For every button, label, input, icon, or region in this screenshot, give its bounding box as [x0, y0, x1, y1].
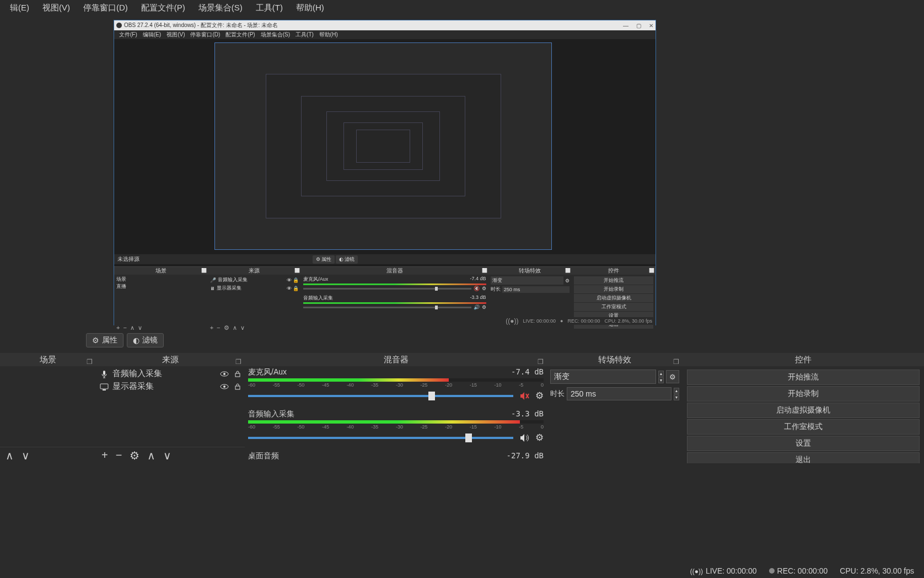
- source-down-icon[interactable]: ∨: [163, 449, 171, 462]
- mute-icon[interactable]: [519, 390, 530, 402]
- popout-icon[interactable]: ❐: [87, 355, 93, 368]
- source-settings-icon[interactable]: ⚙: [130, 449, 139, 462]
- menu-tools[interactable]: 工具(T): [249, 1, 289, 15]
- settings-button[interactable]: 设置: [687, 436, 920, 451]
- properties-button[interactable]: ⚙ 属性: [86, 333, 123, 347]
- menu-view[interactable]: 视图(V): [36, 1, 77, 15]
- minimize-icon[interactable]: —: [623, 23, 628, 29]
- start-recording-button[interactable]: 开始录制: [687, 386, 920, 402]
- inner-menu-scene-col[interactable]: 场景集合(S): [258, 31, 293, 39]
- channel-db: -7.4 dB: [511, 367, 544, 377]
- add-icon[interactable]: +: [116, 324, 120, 331]
- channel-settings-icon[interactable]: ⚙: [535, 390, 544, 402]
- inner-menu-edit[interactable]: 编辑(E): [140, 31, 164, 39]
- volume-slider[interactable]: [248, 437, 513, 439]
- gear-icon[interactable]: ⚙: [482, 286, 486, 291]
- inner-cpu: CPU: 2.8%, 30.00 fps: [604, 318, 652, 324]
- scenes-header: 场景 ❐: [0, 353, 96, 366]
- filters-button[interactable]: ◐ 滤镜: [127, 333, 164, 347]
- menu-dock[interactable]: 停靠窗口(D): [77, 1, 135, 15]
- inner-menu-bar: 文件(F) 编辑(E) 视图(V) 停靠窗口(D) 配置文件(P) 场景集合(S…: [114, 30, 656, 39]
- maximize-icon[interactable]: ▢: [636, 23, 641, 29]
- inner-menu-profile[interactable]: 配置文件(P): [223, 31, 257, 39]
- inner-filters-button[interactable]: ◐ 滤镜: [336, 255, 358, 264]
- inner-status-bar: LIVE: 00:00:00 ● REC: 00:00:00 CPU: 2.8%…: [114, 317, 656, 325]
- record-dot-icon: [769, 568, 775, 574]
- gear-icon[interactable]: ⚙: [224, 324, 229, 331]
- menu-edit[interactable]: 辑(E): [3, 1, 36, 15]
- channel-settings-icon[interactable]: ⚙: [535, 432, 544, 443]
- popout-icon[interactable]: ❐: [538, 355, 544, 368]
- channel-name: 桌面音频: [248, 451, 279, 461]
- source-item-display-capture[interactable]: 显示器采集: [99, 380, 241, 393]
- gear-icon[interactable]: ⚙: [482, 304, 486, 310]
- visibility-icon[interactable]: [219, 381, 229, 392]
- inner-source-item[interactable]: 🎤音频输入采集👁 🔒: [210, 276, 299, 284]
- duration-input[interactable]: 250 ms: [567, 387, 671, 400]
- svg-point-2: [223, 373, 225, 375]
- speaker-icon[interactable]: [519, 432, 530, 443]
- speaker-icon[interactable]: 🔊: [474, 304, 480, 310]
- up-icon[interactable]: ∧: [233, 324, 237, 331]
- controls-dock: 控件 开始推流 开始录制 启动虚拟摄像机 工作室模式 设置 退出: [683, 353, 924, 463]
- inner-menu-dock[interactable]: 停靠窗口(D): [187, 31, 223, 39]
- remove-icon[interactable]: −: [217, 324, 220, 331]
- inner-studio-mode-button[interactable]: 工作室模式: [574, 303, 653, 311]
- popout-icon[interactable]: ❐: [235, 355, 241, 368]
- remove-source-icon[interactable]: −: [116, 449, 122, 462]
- add-source-icon[interactable]: +: [101, 449, 108, 462]
- source-item-audio-input[interactable]: 音频输入采集: [99, 367, 241, 380]
- inner-menu-help[interactable]: 帮助(H): [316, 31, 341, 39]
- start-streaming-button[interactable]: 开始推流: [687, 370, 920, 385]
- inner-volume-slider[interactable]: [303, 288, 471, 290]
- inner-scene-item[interactable]: 场景: [116, 276, 206, 283]
- studio-mode-button[interactable]: 工作室模式: [687, 419, 920, 435]
- mute-icon[interactable]: 🔇: [474, 286, 480, 291]
- mixer-channel-mic: 麦克风/Aux -7.4 dB -60-55-50-45-40-35-30-25…: [248, 367, 544, 402]
- down-icon[interactable]: ∨: [240, 324, 245, 331]
- inner-unselected-label: 未选择源: [117, 255, 139, 263]
- lock-icon[interactable]: [234, 368, 241, 379]
- inner-properties-button[interactable]: ⚙ 属性: [313, 255, 335, 264]
- inner-volume-slider[interactable]: [303, 307, 471, 308]
- visibility-icon[interactable]: [219, 368, 229, 379]
- transition-settings-icon[interactable]: ⚙: [666, 370, 679, 383]
- transition-spin[interactable]: ▴▾: [658, 371, 664, 383]
- preview-area[interactable]: OBS 27.2.4 (64-bit, windows) - 配置文件: 未命名…: [114, 20, 656, 325]
- inner-window-title: OBS 27.2.4 (64-bit, windows) - 配置文件: 未命名…: [124, 22, 278, 29]
- source-up-icon[interactable]: ∧: [147, 449, 155, 462]
- inner-menu-file[interactable]: 文件(F): [116, 31, 140, 39]
- down-icon[interactable]: ∨: [138, 324, 142, 331]
- menu-scene-collection[interactable]: 场景集合(S): [192, 1, 249, 15]
- add-icon[interactable]: +: [210, 324, 213, 331]
- volume-slider[interactable]: [248, 395, 513, 397]
- inner-start-record-button[interactable]: 开始录制: [574, 285, 653, 293]
- channel-db: -3.3 dB: [511, 409, 544, 419]
- inner-scene-item[interactable]: 直播: [116, 283, 206, 290]
- inner-virtual-cam-button[interactable]: 启动虚拟摄像机: [574, 294, 653, 302]
- inner-start-stream-button[interactable]: 开始推流: [574, 276, 653, 285]
- exit-button[interactable]: 退出: [687, 452, 920, 463]
- close-icon[interactable]: ✕: [649, 23, 653, 29]
- inner-menu-tools[interactable]: 工具(T): [293, 31, 316, 39]
- scene-down-icon[interactable]: ∨: [22, 449, 30, 462]
- inner-source-item[interactable]: 🖥显示器采集👁 🔒: [210, 284, 299, 292]
- svg-rect-8: [235, 386, 240, 389]
- inner-preview-recursion: [214, 42, 552, 250]
- popout-icon[interactable]: ❐: [673, 355, 679, 368]
- duration-spin[interactable]: ▴▾: [674, 388, 679, 400]
- inner-menu-view[interactable]: 视图(V): [164, 31, 187, 39]
- menu-help[interactable]: 帮助(H): [289, 1, 331, 15]
- menu-profile[interactable]: 配置文件(P): [135, 1, 192, 15]
- channel-name: 音频输入采集: [248, 409, 294, 419]
- inner-meter: [303, 283, 486, 285]
- lock-icon[interactable]: [234, 381, 241, 392]
- up-icon[interactable]: ∧: [130, 324, 135, 331]
- scene-up-icon[interactable]: ∧: [6, 449, 14, 462]
- transition-select[interactable]: 渐变: [550, 370, 656, 384]
- mixer-channel-desktop: 桌面音频 -27.9 dB: [248, 451, 544, 461]
- remove-icon[interactable]: −: [123, 324, 126, 331]
- source-label: 显示器采集: [112, 381, 154, 392]
- start-virtual-cam-button[interactable]: 启动虚拟摄像机: [687, 403, 920, 418]
- microphone-icon: [99, 369, 109, 379]
